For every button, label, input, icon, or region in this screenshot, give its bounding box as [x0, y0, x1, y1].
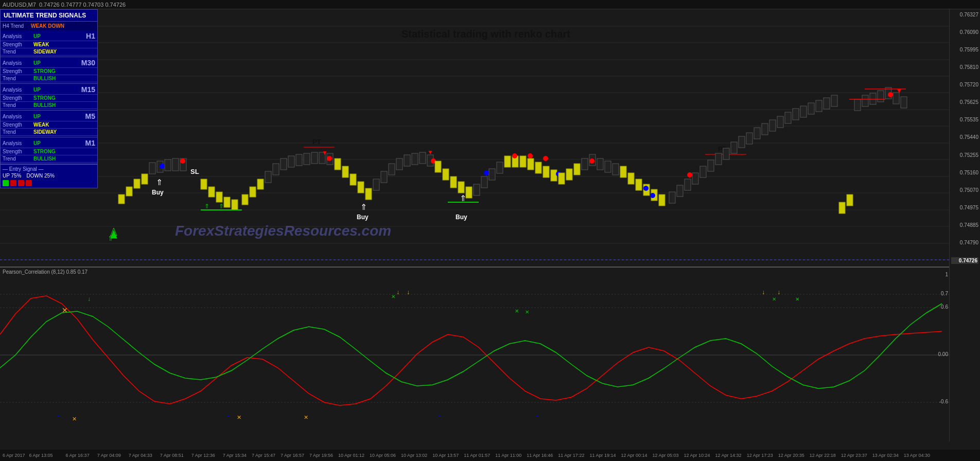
- svg-text:Buy: Buy: [152, 189, 164, 196]
- price-chart-svg: Statistical trading with renko chart For…: [0, 9, 949, 267]
- price-level-9: 0.75255: [951, 152, 978, 158]
- svg-rect-135: [793, 109, 799, 120]
- time-tick-8: 7 Apr 15:34: [223, 453, 247, 458]
- time-tick-25: 12 Apr 17:23: [747, 453, 773, 458]
- svg-text:ForexStrategiesResources.com: ForexStrategiesResources.com: [175, 223, 391, 239]
- entry-signal-label: — Entry Signal —: [3, 166, 95, 172]
- svg-rect-44: [250, 187, 256, 197]
- svg-text:✕: ✕: [304, 414, 308, 420]
- time-tick-4: 7 Apr 04:09: [97, 453, 121, 458]
- svg-rect-139: [824, 98, 830, 109]
- svg-rect-46: [265, 171, 271, 183]
- price-level-6: 0.75625: [951, 99, 978, 105]
- svg-text:✕: ✕: [62, 306, 68, 314]
- svg-rect-86: [489, 169, 495, 180]
- svg-text:✕: ✕: [772, 296, 776, 302]
- svg-point-58: [327, 156, 332, 161]
- time-tick-30: 13 Apr 04:30: [904, 453, 930, 458]
- signal-panel: ULTIMATE TREND SIGNALS H4 Trend WEAK DOW…: [0, 9, 98, 188]
- osc-level-neg06: -0.6: [939, 399, 948, 404]
- svg-text:⇑: ⇑: [460, 194, 466, 203]
- time-tick-24: 12 Apr 14:32: [715, 453, 742, 458]
- svg-rect-78: [450, 176, 457, 188]
- m30-section: Analysis UP M30 Strength STRONG Trend BU…: [1, 57, 97, 84]
- svg-rect-66: [373, 179, 379, 190]
- signal-dots: [3, 180, 95, 186]
- svg-text:↑: ↑: [226, 413, 230, 421]
- trend-label: Trend: [3, 49, 33, 55]
- m15-section: Analysis UP M15 Strength STRONG Trend BU…: [1, 84, 97, 111]
- svg-rect-45: [257, 179, 264, 189]
- strength-label: Strength: [3, 42, 33, 47]
- svg-text:▼: ▼: [322, 149, 328, 156]
- svg-point-93: [528, 153, 533, 158]
- svg-rect-142: [847, 194, 853, 206]
- osc-level-06: 0.6: [941, 304, 948, 310]
- svg-text:PT: PT: [312, 138, 321, 146]
- svg-rect-24: [142, 174, 148, 184]
- time-tick-6: 7 Apr 08:51: [160, 453, 184, 458]
- svg-rect-133: [777, 116, 783, 128]
- svg-point-30: [160, 164, 165, 169]
- price-level-4: 0.75810: [951, 64, 978, 70]
- h1-trend: SIDEWAY: [33, 49, 57, 55]
- svg-text:⇑: ⇑: [219, 203, 224, 210]
- m1-strength: STRONG: [33, 149, 56, 154]
- time-tick-9: 7 Apr 15:47: [252, 453, 275, 458]
- svg-rect-156: [0, 268, 949, 441]
- oscillator-label: Pearson_Correlation (8,12) 0.85 0.17: [3, 269, 87, 275]
- svg-rect-84: [474, 184, 480, 196]
- svg-rect-79: [458, 182, 464, 193]
- m5-trend: SIDEWAY: [33, 129, 57, 135]
- svg-rect-96: [535, 162, 541, 173]
- svg-rect-125: [715, 153, 722, 165]
- svg-rect-48: [281, 158, 287, 170]
- price-level-7: 0.75535: [951, 117, 978, 122]
- m5-analysis: UP: [33, 114, 41, 119]
- svg-rect-49: [288, 156, 294, 167]
- svg-rect-38: [224, 197, 230, 207]
- panel-title: ULTIMATE TREND SIGNALS: [1, 10, 97, 22]
- svg-text:↓: ↓: [396, 289, 399, 296]
- svg-rect-144: [862, 95, 868, 107]
- svg-point-105: [589, 158, 594, 164]
- svg-rect-0: [0, 9, 949, 267]
- svg-rect-47: [273, 164, 279, 175]
- up-pct: UP 75%: [3, 173, 22, 179]
- chart-area: ULTIMATE TREND SIGNALS H4 Trend WEAK DOW…: [0, 9, 980, 461]
- svg-rect-67: [381, 171, 387, 183]
- m1-trend: BULLISH: [33, 156, 56, 162]
- time-tick-26: 12 Apr 20:35: [778, 453, 804, 458]
- svg-rect-145: [870, 93, 876, 104]
- svg-text:Buy: Buy: [357, 214, 369, 221]
- svg-rect-103: [582, 158, 588, 170]
- svg-rect-137: [808, 103, 814, 114]
- svg-text:▼: ▼: [427, 149, 433, 156]
- m30-analysis: UP: [33, 60, 41, 66]
- svg-rect-119: [692, 173, 698, 184]
- m30-strength: STRONG: [33, 68, 56, 74]
- osc-level-00: 0.00: [938, 351, 948, 357]
- osc-level-07: 0.7: [941, 291, 948, 296]
- svg-text:⇑: ⇑: [156, 178, 163, 187]
- price-level-13: 0.74885: [951, 222, 978, 228]
- svg-text:↑: ↑: [535, 413, 539, 421]
- time-tick-13: 10 Apr 05:06: [370, 453, 396, 458]
- oscillator-panel: Pearson_Correlation (8,12) 0.85 0.17 ✕ ↓: [0, 267, 949, 441]
- svg-rect-130: [754, 128, 760, 139]
- price-level-2: 0.76090: [951, 29, 978, 35]
- price-level-3: 0.75995: [951, 47, 978, 52]
- svg-text:⇑: ⇑: [360, 203, 367, 211]
- svg-text:⇑: ⇑: [204, 203, 209, 210]
- svg-rect-106: [597, 158, 603, 170]
- down-pct: DOWN 25%: [27, 173, 55, 179]
- svg-text:✕: ✕: [525, 309, 529, 315]
- svg-point-113: [643, 186, 649, 191]
- m30-trend: BULLISH: [33, 76, 56, 81]
- h4-label: H4 Trend: [3, 23, 31, 29]
- svg-text:✕: ✕: [72, 416, 77, 422]
- time-tick-5: 7 Apr 04:33: [129, 453, 152, 458]
- svg-rect-97: [543, 166, 549, 178]
- time-tick-27: 12 Apr 22:18: [810, 453, 836, 458]
- m5-strength: WEAK: [33, 122, 49, 128]
